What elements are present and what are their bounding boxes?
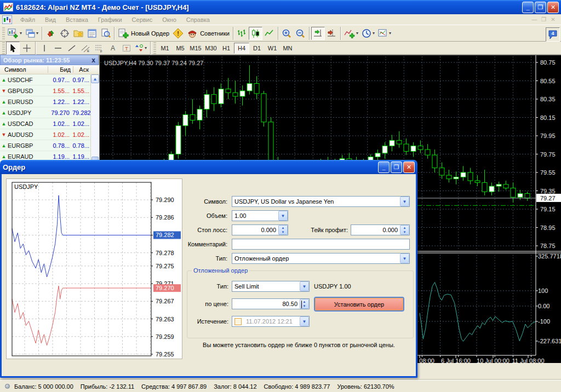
- chart-shift-button[interactable]: [325, 27, 339, 40]
- order-dialog-titlebar[interactable]: Ордер _ ❐ ✕: [0, 160, 417, 174]
- window-minimize-button[interactable]: _: [522, 2, 534, 13]
- menu-файл[interactable]: Файл: [15, 15, 40, 24]
- market-watch-row-usdchf[interactable]: ▲USDCHF0.97...0.97...: [0, 74, 90, 85]
- arrows-button[interactable]: ▾: [133, 42, 148, 55]
- profiles-button[interactable]: ▾: [24, 27, 40, 40]
- mdi-minimize-button[interactable]: —: [530, 15, 539, 24]
- scrollbar-up-arrow-icon[interactable]: ▲: [91, 74, 99, 83]
- market-watch-row-usdjpy[interactable]: ▲USDJPY79.27079.282: [0, 107, 90, 118]
- stoploss-input[interactable]: 0.000 ▲▼: [232, 224, 288, 235]
- timeframe-button-h1[interactable]: H1: [219, 43, 234, 54]
- comment-input[interactable]: [232, 239, 410, 250]
- timeframe-button-m1[interactable]: M1: [157, 43, 173, 54]
- strategy-tester-button[interactable]: [99, 27, 112, 40]
- line-chart-button[interactable]: [262, 27, 276, 40]
- crosshair-button[interactable]: [20, 42, 33, 55]
- expert-advisors-button[interactable]: Советники: [185, 27, 231, 40]
- horizontal-line-button[interactable]: [51, 42, 65, 55]
- spinner-arrows-icon[interactable]: ▲▼: [278, 225, 288, 235]
- market-watch-row-usdcad[interactable]: ▲USDCAD1.02...1.02...: [0, 118, 90, 129]
- column-bid[interactable]: Бид: [48, 66, 73, 73]
- timeframe-button-m5[interactable]: M5: [173, 43, 188, 54]
- app-icon: [3, 3, 13, 11]
- zoom-out-button[interactable]: [294, 27, 307, 40]
- cursor-button[interactable]: [6, 42, 20, 55]
- dialog-close-button[interactable]: ✕: [403, 162, 415, 173]
- dropdown-caret-icon[interactable]: ▾: [20, 31, 22, 36]
- toolbar-grip[interactable]: [2, 42, 5, 54]
- takeprofit-input[interactable]: 0.000 ▲▼: [351, 224, 410, 235]
- window-close-button[interactable]: ✕: [547, 2, 559, 13]
- svg-text:79.35: 79.35: [540, 188, 556, 194]
- expiry-select[interactable]: 11.07.2012 12:21 ▼: [232, 316, 310, 327]
- expiry-checkbox[interactable]: [234, 318, 242, 325]
- column-ask[interactable]: Аск: [73, 66, 90, 73]
- fibonacci-button[interactable]: F: [92, 42, 106, 55]
- window-maximize-button[interactable]: ❐: [535, 2, 546, 13]
- text-button[interactable]: A: [106, 42, 119, 55]
- candlestick-chart-button[interactable]: [249, 27, 262, 40]
- volume-select[interactable]: 1.00 ▼: [232, 210, 288, 221]
- market-watch-scrollbar[interactable]: ▲: [90, 74, 99, 174]
- menu-окно[interactable]: Окно: [157, 15, 181, 24]
- market-watch-close-icon[interactable]: x: [91, 56, 95, 64]
- timeframe-button-mn[interactable]: MN: [280, 43, 295, 54]
- dropdown-caret-icon[interactable]: ▾: [145, 45, 147, 50]
- timeframe-button-d1[interactable]: D1: [249, 43, 265, 54]
- metaeditor-button[interactable]: !: [171, 27, 185, 40]
- dropdown-caret-icon[interactable]: ▾: [356, 31, 358, 36]
- market-watch-button[interactable]: [44, 27, 58, 40]
- zoom-in-button[interactable]: [280, 27, 294, 40]
- indicators-button[interactable]: ▾: [342, 27, 360, 40]
- new-chart-button[interactable]: ▾: [6, 27, 24, 40]
- place-order-button[interactable]: Установить ордер: [315, 298, 403, 310]
- chevron-down-icon[interactable]: ▼: [300, 316, 309, 326]
- toolbar-grip[interactable]: [2, 27, 5, 39]
- chevron-down-icon[interactable]: ▼: [400, 197, 409, 206]
- bar-chart-button[interactable]: [235, 27, 249, 40]
- menu-сервис[interactable]: Сервис: [127, 15, 158, 24]
- vertical-line-button[interactable]: [37, 42, 51, 55]
- menu-графики[interactable]: Графики: [93, 15, 127, 24]
- symbol-select[interactable]: USDJPY, US Dollar vs Japanese Yen ▼: [232, 196, 410, 207]
- chevron-down-icon[interactable]: ▼: [300, 281, 309, 291]
- data-window-button[interactable]: [58, 27, 71, 40]
- dropdown-caret-icon[interactable]: ▾: [36, 31, 38, 36]
- auto-scroll-button[interactable]: [311, 27, 325, 40]
- market-watch-row-eurgbp[interactable]: ▲EURGBP0.78...0.78...: [0, 140, 90, 151]
- market-watch-row-audusd[interactable]: ▼AUDUSD1.02...1.02...: [0, 129, 90, 140]
- spinner-arrows-icon[interactable]: ▲▼: [400, 225, 409, 235]
- chevron-down-icon[interactable]: ▼: [278, 211, 288, 221]
- templates-button[interactable]: ▾: [376, 27, 393, 40]
- dropdown-caret-icon[interactable]: ▾: [389, 31, 391, 36]
- trendline-button[interactable]: [65, 42, 78, 55]
- order-type-select[interactable]: Отложенный ордер ▼: [232, 253, 410, 264]
- menu-вставка[interactable]: Вставка: [61, 15, 93, 24]
- toolbar-grip[interactable]: [153, 42, 156, 54]
- timeframe-button-w1[interactable]: W1: [265, 43, 280, 54]
- mdi-restore-button[interactable]: ❐: [539, 15, 548, 24]
- channel-button[interactable]: E: [78, 42, 92, 55]
- market-watch-header[interactable]: Обзор рынка: 11:23:55 x: [0, 55, 99, 65]
- market-watch-row-eurusd[interactable]: ▲EURUSD1.22...1.22...: [0, 96, 90, 107]
- periods-button[interactable]: ▾: [360, 27, 376, 40]
- column-symbol[interactable]: Символ: [0, 66, 48, 73]
- menu-справка[interactable]: Справка: [181, 15, 215, 24]
- timeframe-button-h4[interactable]: H4: [234, 43, 249, 54]
- label-button[interactable]: T: [119, 42, 133, 55]
- timeframe-button-m30[interactable]: M30: [203, 43, 219, 54]
- navigator-button[interactable]: [71, 27, 85, 40]
- mql-community-button[interactable]: 4: [546, 27, 560, 42]
- pending-type-select[interactable]: Sell Limit ▼: [232, 281, 310, 292]
- terminal-button[interactable]: [85, 27, 99, 40]
- market-watch-row-gbpusd[interactable]: ▼GBPUSD1.55...1.55...: [0, 85, 90, 96]
- mdi-close-button[interactable]: ✕: [548, 15, 558, 24]
- price-input[interactable]: 80.50 ▲▼: [232, 298, 310, 309]
- dialog-minimize-button[interactable]: _: [378, 162, 390, 173]
- dialog-maximize-button[interactable]: ❐: [391, 162, 402, 173]
- chevron-down-icon[interactable]: ▼: [400, 253, 409, 263]
- new-order-button[interactable]: Новый Ордер: [116, 27, 171, 40]
- dropdown-caret-icon[interactable]: ▾: [373, 31, 375, 36]
- timeframe-button-m15[interactable]: M15: [188, 43, 203, 54]
- menu-вид[interactable]: Вид: [40, 15, 61, 24]
